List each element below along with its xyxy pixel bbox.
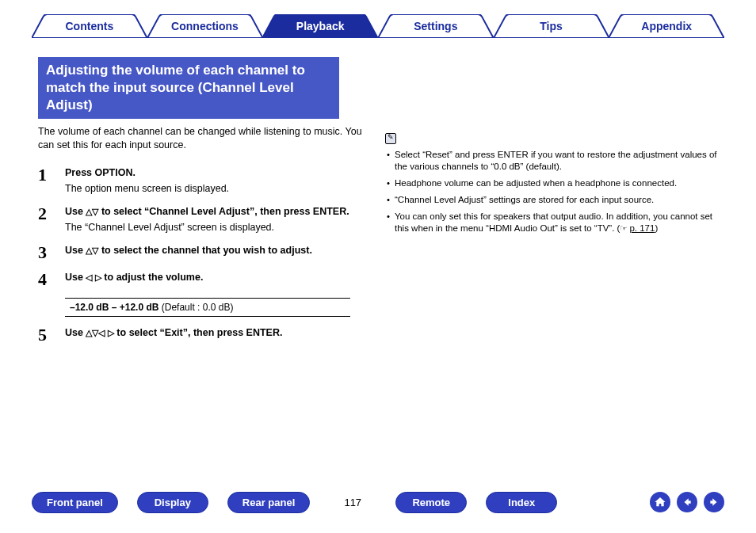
- step-1: 1 Press OPTION. The option menu screen i…: [38, 166, 363, 196]
- note-item: Select “Reset” and press ENTER if you wa…: [385, 149, 718, 173]
- step-number: 3: [38, 244, 52, 261]
- tab-tips[interactable]: Tips: [494, 14, 609, 38]
- lead-paragraph: The volume of each channel can be change…: [38, 125, 363, 152]
- step-title: Use to select “Exit”, then press ENTER.: [65, 326, 363, 341]
- step-title: Use to select “Channel Level Adjust”, th…: [65, 205, 363, 219]
- step-2: 2 Use to select “Channel Level Adjust”, …: [38, 205, 363, 234]
- next-page-icon[interactable]: [704, 492, 724, 512]
- rear-panel-button[interactable]: Rear panel: [227, 492, 310, 513]
- triangle-right-icon: [95, 272, 101, 283]
- front-panel-button[interactable]: Front panel: [32, 492, 118, 513]
- steps-list: 1 Press OPTION. The option menu screen i…: [38, 166, 363, 344]
- remote-button[interactable]: Remote: [395, 492, 467, 513]
- step-title: Use to select the channel that you wish …: [65, 244, 363, 258]
- step-3: 3 Use to select the channel that you wis…: [38, 244, 363, 261]
- step-number: 1: [38, 166, 52, 196]
- page-title: Adjusting the volume of each channel to …: [38, 57, 339, 119]
- bottom-bar: Front panel Display Rear panel 117 Remot…: [0, 490, 756, 514]
- tab-label: Contents: [66, 20, 114, 32]
- content-columns: The volume of each channel can be change…: [0, 125, 756, 353]
- triangle-left-icon: [98, 327, 105, 338]
- page-number-wrap: 117: [329, 497, 376, 508]
- step-title: Use to adjust the volume.: [65, 271, 363, 285]
- cross-ref-icon: [620, 223, 629, 233]
- step-desc: The “Channel Level Adjust” screen is dis…: [65, 221, 363, 235]
- param-strong: –12.0 dB – +12.0 dB: [70, 302, 158, 313]
- step-number: 5: [38, 326, 52, 344]
- tab-label: Appendix: [641, 20, 692, 32]
- note-item: Headphone volume can be adjusted when a …: [385, 177, 718, 189]
- page-number: 117: [344, 497, 361, 508]
- note-item: You can only set this for speakers that …: [385, 211, 718, 234]
- param-rest: (Default : 0.0 dB): [158, 302, 233, 313]
- tab-appendix[interactable]: Appendix: [609, 14, 724, 38]
- notes-column: Select “Reset” and press ENTER if you wa…: [385, 125, 718, 353]
- display-button[interactable]: Display: [137, 492, 208, 513]
- note-icon: [385, 133, 396, 144]
- step-5: 5 Use to select “Exit”, then press ENTER…: [38, 326, 363, 344]
- tab-settings[interactable]: Settings: [378, 14, 494, 38]
- note-item: “Channel Level Adjust” settings are stor…: [385, 194, 718, 206]
- step-desc: The option menu screen is displayed.: [65, 182, 363, 196]
- tab-contents[interactable]: Contents: [32, 14, 147, 38]
- step-number: 2: [38, 205, 52, 234]
- tab-label: Settings: [414, 20, 457, 32]
- tab-label: Tips: [540, 20, 563, 32]
- home-icon[interactable]: [650, 492, 670, 512]
- step-4: 4 Use to adjust the volume.: [38, 271, 363, 288]
- triangle-right-icon: [108, 327, 114, 338]
- tab-playback[interactable]: Playback: [262, 14, 378, 38]
- step-title: Press OPTION.: [65, 166, 363, 181]
- tab-connections[interactable]: Connections: [147, 14, 263, 38]
- tab-label: Playback: [296, 20, 345, 32]
- triangle-left-icon: [86, 272, 92, 283]
- tab-label: Connections: [171, 20, 239, 32]
- step-number: 4: [38, 271, 52, 288]
- index-button[interactable]: Index: [486, 492, 557, 513]
- parameter-range: –12.0 dB – +12.0 dB (Default : 0.0 dB): [65, 298, 350, 317]
- prev-page-icon[interactable]: [677, 492, 697, 512]
- top-tab-row: Contents Connections Playback Settings T…: [0, 0, 756, 43]
- page-ref-link[interactable]: p. 171: [629, 223, 655, 233]
